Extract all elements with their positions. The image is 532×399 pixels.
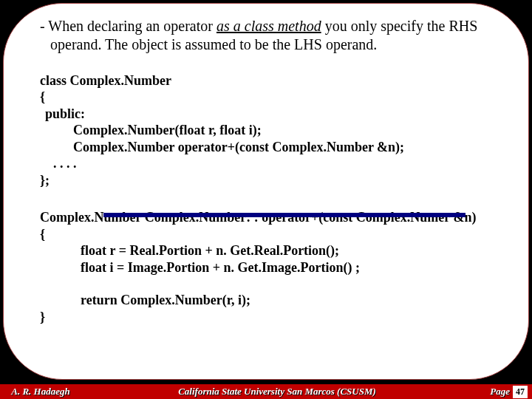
code-line: float i = Image.Portion + n. Get.Image.P…: [40, 259, 492, 276]
code-line: . . . .: [40, 155, 492, 172]
footer-page-number: 47: [513, 386, 528, 398]
code-line: float r = Real.Portion + n. Get.Real.Por…: [40, 242, 492, 259]
footer-author: A. R. Hadaegh: [0, 386, 81, 398]
code-line: class Complex.Number: [40, 72, 492, 89]
code-line: {: [40, 89, 492, 106]
code-line: }: [40, 309, 492, 326]
code-block-definition: Complex.Number Complex.Number: : operato…: [40, 209, 492, 325]
slide-card: - When declaring an operator as a class …: [3, 3, 529, 380]
horizontal-divider: [103, 213, 466, 217]
slide-background: - When declaring an operator as a class …: [0, 0, 532, 384]
code-line: Complex.Number(float r, float i);: [40, 122, 492, 139]
code-line: return Complex.Number(r, i);: [40, 292, 492, 309]
code-line: };: [40, 172, 492, 189]
code-line: {: [40, 226, 492, 243]
code-line: Complex.Number operator+(const Complex.N…: [40, 139, 492, 156]
code-line: Complex.Number Complex.Number: : operato…: [40, 209, 492, 226]
footer-page: Page47: [473, 386, 532, 398]
slide-content: - When declaring an operator as a class …: [40, 17, 492, 325]
footer-institution: California State University San Marcos (…: [81, 386, 473, 398]
footer-page-word: Page: [490, 386, 510, 397]
intro-prefix: - When declaring an operator: [40, 18, 216, 34]
intro-emphasis: as a class method: [216, 18, 321, 34]
slide-footer: A. R. Hadaegh California State Universit…: [0, 383, 532, 399]
intro-paragraph: - When declaring an operator as a class …: [40, 17, 492, 54]
code-line: public:: [40, 106, 492, 123]
code-block-declaration: class Complex.Number { public: Complex.N…: [40, 72, 492, 189]
